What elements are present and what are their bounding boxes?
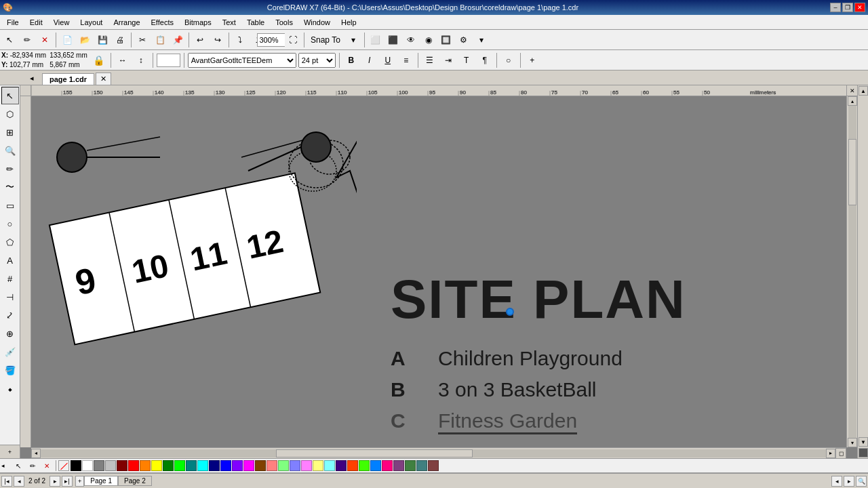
add-char-button[interactable]: +	[524, 52, 540, 68]
parallel-dim-tool[interactable]: ⊣	[1, 288, 19, 306]
bold-button[interactable]: B	[343, 52, 359, 68]
canvas-area[interactable]: 155 150 145 140 135 130 125 120 115 110 …	[20, 85, 857, 458]
color-swatch-28[interactable]	[393, 460, 404, 471]
pen-small-tool[interactable]: ✏	[26, 460, 39, 472]
view-mode-button5[interactable]: 🔲	[438, 32, 454, 48]
save-button[interactable]: 💾	[94, 32, 111, 48]
page1-tab[interactable]: Page 1	[84, 476, 118, 486]
underline-button[interactable]: U	[380, 52, 396, 68]
polygon-tool[interactable]: ⬠	[1, 233, 19, 251]
canvas[interactable]: 9 10 11 12	[31, 96, 846, 447]
page2-tab[interactable]: Page 2	[118, 476, 152, 486]
color-swatch-27[interactable]	[382, 460, 393, 471]
menu-arrange[interactable]: Arrange	[108, 17, 145, 28]
options-arrow[interactable]: ▾	[473, 32, 490, 48]
freehand-tool[interactable]: ✏	[1, 160, 19, 178]
vertical-scrollbar[interactable]: ▴ ▾	[846, 96, 857, 447]
color-swatch-11[interactable]	[197, 460, 208, 471]
new-button[interactable]: 📄	[59, 32, 75, 48]
smartdraw-tool[interactable]: 〜	[1, 178, 19, 196]
view-mode-button3[interactable]: 👁	[403, 32, 419, 48]
zoom-out-status[interactable]: 🔍	[856, 476, 867, 487]
copy-button[interactable]: 📋	[152, 32, 168, 48]
color-swatch-29[interactable]	[405, 460, 416, 471]
connector-tool[interactable]: ⤦	[1, 306, 19, 324]
color-swatch-21[interactable]	[313, 460, 323, 471]
show-nonprinting-button[interactable]: ¶	[477, 52, 493, 68]
color-swatch-1[interactable]	[82, 460, 93, 471]
menu-bitmaps[interactable]: Bitmaps	[179, 17, 217, 28]
color-swatch-25[interactable]	[359, 460, 370, 471]
color-swatch-14[interactable]	[232, 460, 243, 471]
freehand-small-tool[interactable]: ↖	[12, 460, 25, 472]
angle-input[interactable]: 0,0	[157, 54, 180, 67]
color-swatch-6[interactable]	[140, 460, 151, 471]
view-mode-button4[interactable]: ◉	[420, 32, 437, 48]
color-swatch-18[interactable]	[278, 460, 289, 471]
mirror-v-button[interactable]: ↕	[133, 52, 149, 68]
color-swatch-5[interactable]	[128, 460, 139, 471]
menu-layout[interactable]: Layout	[75, 17, 108, 28]
blend-tool[interactable]: ⊕	[1, 325, 19, 342]
restore-button[interactable]: ❐	[842, 3, 853, 12]
h-scroll-thumb[interactable]	[276, 449, 473, 458]
table-tool[interactable]: #	[1, 270, 19, 287]
palette-arrow-left[interactable]: ◂	[1, 461, 11, 470]
next-page-button[interactable]: ▸	[50, 476, 60, 487]
zoom-select[interactable]: 300%	[267, 32, 283, 48]
color-swatch-2[interactable]	[94, 460, 104, 471]
font-size-select[interactable]: 24 pt	[298, 53, 336, 68]
scroll-h-right[interactable]: ▸	[844, 476, 854, 487]
ellipse-tool[interactable]: ○	[1, 215, 19, 232]
eyedropper-tool[interactable]: 💉	[1, 343, 19, 361]
prev-page-button[interactable]: ◂	[14, 476, 24, 487]
menu-window[interactable]: Window	[298, 17, 336, 28]
minimize-button[interactable]: –	[830, 3, 841, 12]
circle-button[interactable]: ○	[500, 52, 517, 68]
color-swatch-19[interactable]	[290, 460, 300, 471]
color-swatch-8[interactable]	[163, 460, 174, 471]
rect-tool[interactable]: ▭	[1, 197, 19, 214]
full-screen-button[interactable]: ⛶	[285, 32, 301, 48]
scroll-h-left[interactable]: ◂	[831, 476, 842, 487]
color-swatch-26[interactable]	[370, 460, 381, 471]
menu-table[interactable]: Table	[241, 17, 270, 28]
ruler-toggle-button[interactable]: ✕	[846, 85, 857, 96]
smartfill-tool[interactable]: ⬥	[1, 380, 19, 397]
text-tool[interactable]: A	[1, 251, 19, 269]
paste-button[interactable]: 📌	[170, 32, 186, 48]
print-button[interactable]: 🖨	[112, 32, 128, 48]
horizontal-scrollbar[interactable]: ◂ ▸ ◻	[31, 447, 846, 458]
menu-edit[interactable]: Edit	[24, 17, 48, 28]
scroll-right-button[interactable]: ▸	[826, 449, 835, 458]
crop-tool[interactable]: ⊞	[1, 123, 19, 141]
freehand-tool[interactable]: ✏	[19, 32, 35, 48]
color-swatch-9[interactable]	[174, 460, 185, 471]
node-tool[interactable]: ⬡	[1, 105, 19, 123]
erase-small-tool[interactable]: ✕	[40, 460, 54, 472]
menu-tools[interactable]: Tools	[270, 17, 298, 28]
scroll-left-button[interactable]: ◂	[31, 449, 41, 458]
mirror-h-button[interactable]: ↔	[115, 52, 131, 68]
tab-page1cdr[interactable]: page 1.cdr	[42, 73, 94, 85]
color-swatch-0[interactable]	[71, 460, 81, 471]
text-align-button[interactable]: ≡	[398, 52, 414, 68]
add-page-button[interactable]: +	[75, 476, 84, 487]
tab-scroll-left[interactable]: ◂	[22, 71, 42, 85]
view-mode-button1[interactable]: ⬜	[368, 32, 384, 48]
lock-aspect-button[interactable]: 🔒	[91, 52, 107, 68]
color-swatch-10[interactable]	[186, 460, 197, 471]
first-page-button[interactable]: |◂	[1, 476, 12, 487]
indent-button[interactable]: ⇥	[440, 52, 456, 68]
options-button[interactable]: ⚙	[456, 32, 472, 48]
text-options-button[interactable]: T	[458, 52, 475, 68]
palette-scroll-down[interactable]: ▼	[859, 437, 868, 447]
zoom-tool[interactable]: 🔍	[1, 142, 19, 159]
select-tool-button[interactable]: ↖	[1, 32, 18, 48]
palette-more-button[interactable]	[859, 448, 868, 458]
menu-view[interactable]: View	[48, 17, 75, 28]
color-swatch-22[interactable]	[324, 460, 335, 471]
color-swatch-12[interactable]	[209, 460, 220, 471]
color-swatch-13[interactable]	[220, 460, 231, 471]
no-color-swatch[interactable]	[58, 460, 69, 471]
